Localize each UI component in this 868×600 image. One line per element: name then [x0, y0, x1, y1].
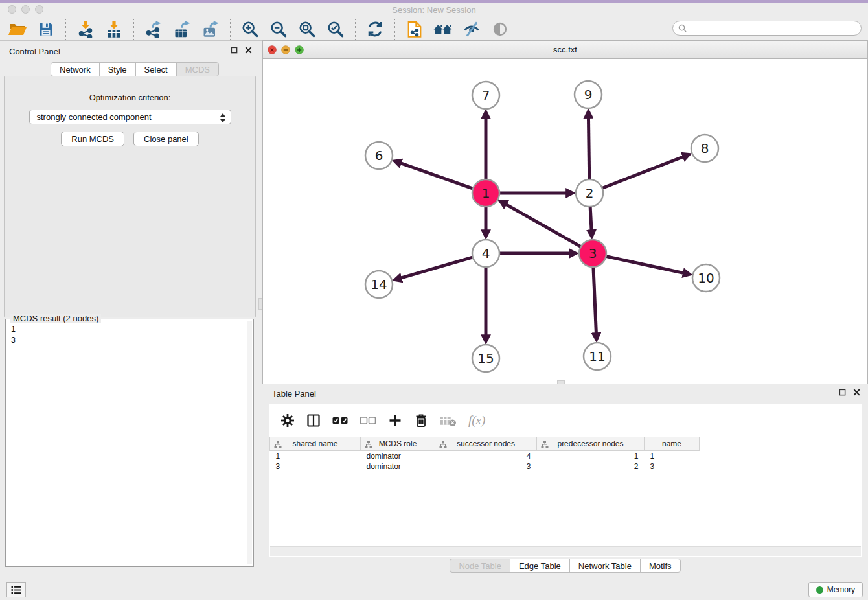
column-header-successor-nodes[interactable]: successor nodes	[435, 437, 537, 451]
table-cell[interactable]: dominator	[361, 451, 435, 461]
table-settings-button[interactable]	[280, 413, 295, 428]
apply-function-button[interactable]: f(x)	[467, 413, 490, 428]
refresh-button[interactable]	[361, 19, 389, 40]
close-panel-icon[interactable]	[853, 389, 860, 396]
tab-style[interactable]: Style	[99, 62, 136, 76]
close-network-button[interactable]	[268, 45, 277, 54]
list-icon	[10, 584, 23, 595]
graph-edge-1-6[interactable]	[401, 163, 475, 189]
network-graph[interactable]: 7968124314101511	[263, 59, 867, 384]
graph-node-label: 3	[589, 246, 597, 261]
table-panel-tabs: Node Table Edge Table Network Table Moti…	[262, 559, 868, 573]
homes-icon	[433, 21, 453, 38]
tab-node-table[interactable]: Node Table	[450, 559, 510, 573]
node-table: shared name MCDS role successor nodes	[269, 437, 700, 472]
optimization-criterion-select[interactable]: strongly connected component	[29, 110, 231, 124]
table-cell[interactable]: 3	[435, 461, 537, 472]
table-horizontal-scrollbar[interactable]	[270, 546, 861, 556]
control-panel: Control Panel Network Style Select MCDS …	[0, 40, 260, 577]
close-panel-button[interactable]: Close panel	[133, 132, 199, 146]
table-row[interactable]: 1dominator411	[270, 451, 700, 461]
table-cell[interactable]: 4	[435, 451, 537, 461]
zoom-fit-icon	[298, 20, 316, 38]
zoom-selected-button[interactable]	[321, 19, 350, 40]
column-header-name[interactable]: name	[645, 437, 700, 451]
graph-edge-3-11[interactable]	[593, 265, 597, 333]
column-header-shared-name[interactable]: shared name	[270, 437, 361, 451]
select-stepper-icon	[220, 113, 226, 123]
graph-edge-3-10[interactable]	[604, 256, 683, 273]
optimization-criterion-value: strongly connected component	[37, 112, 152, 122]
float-panel-icon[interactable]	[231, 47, 238, 54]
table-cell[interactable]: 3	[270, 461, 361, 472]
column-header-predecessor-nodes[interactable]: predecessor nodes	[537, 437, 645, 451]
window-title: Session: New Session	[0, 5, 868, 15]
tab-mcds[interactable]: MCDS	[176, 62, 219, 76]
export-network-button[interactable]	[139, 19, 168, 40]
table-panel: Table Panel	[262, 387, 868, 577]
zoom-in-button[interactable]	[236, 19, 264, 40]
show-columns-button[interactable]	[306, 413, 321, 428]
tab-network-table[interactable]: Network Table	[569, 559, 641, 573]
horizontal-splitter-handle[interactable]	[557, 380, 565, 384]
graph-edge-4-14[interactable]	[402, 257, 475, 278]
hide-visibility-button[interactable]	[457, 19, 486, 40]
memory-button[interactable]: Memory	[808, 582, 863, 597]
graph-edge-2-9[interactable]	[588, 118, 589, 181]
graph-edge-2-3[interactable]	[590, 205, 591, 230]
search-input[interactable]	[672, 21, 862, 36]
table-cell[interactable]: 1	[270, 451, 361, 461]
save-session-button[interactable]	[32, 19, 60, 40]
vertical-splitter-handle[interactable]	[258, 298, 262, 310]
mcds-result-group: MCDS result (2 nodes) 1 3	[5, 319, 254, 567]
result-scrollbar[interactable]	[247, 321, 252, 564]
network-canvas[interactable]: 7968124314101511	[263, 59, 867, 384]
mcds-result-text[interactable]: 1 3	[8, 323, 19, 347]
deselect-all-columns-button[interactable]	[360, 415, 377, 426]
select-all-columns-button[interactable]	[332, 415, 349, 426]
graph-edge-3-1[interactable]	[506, 205, 582, 248]
run-mcds-button[interactable]: Run MCDS	[61, 132, 124, 146]
import-table-button[interactable]	[100, 19, 128, 40]
close-panel-icon[interactable]	[245, 47, 252, 54]
open-session-button[interactable]	[3, 19, 32, 40]
homes-button[interactable]	[429, 19, 457, 40]
minimize-network-button[interactable]	[281, 45, 290, 54]
table-cell[interactable]: 1	[645, 451, 700, 461]
tab-select[interactable]: Select	[135, 62, 177, 76]
fx-label: f(x)	[468, 413, 485, 428]
table-panel-title: Table Panel	[272, 389, 316, 398]
table-toolbar: f(x)	[269, 404, 862, 437]
add-column-button[interactable]	[387, 413, 403, 428]
delete-column-button[interactable]	[413, 413, 429, 428]
export-table-button[interactable]	[168, 19, 196, 40]
hide-visibility-icon	[463, 20, 481, 38]
graph-node-label: 4	[482, 246, 490, 261]
graph-node-label: 9	[584, 87, 593, 102]
network-window-titlebar[interactable]: scc.txt	[263, 41, 867, 59]
contrast-eye-button[interactable]	[486, 19, 514, 40]
zoom-out-button[interactable]	[264, 19, 293, 40]
delete-table-button[interactable]	[439, 415, 457, 427]
zoom-network-button[interactable]	[295, 45, 304, 54]
table-cell[interactable]: 2	[537, 461, 645, 472]
table-cell[interactable]: 3	[645, 461, 700, 472]
column-header-mcds-role[interactable]: MCDS role	[361, 437, 435, 451]
table-cell[interactable]: dominator	[361, 461, 435, 472]
tab-network[interactable]: Network	[51, 62, 100, 76]
import-network-button[interactable]	[71, 19, 100, 40]
tab-motifs[interactable]: Motifs	[640, 559, 681, 573]
graph-edge-2-8[interactable]	[600, 157, 683, 189]
table-row[interactable]: 3dominator323	[270, 461, 700, 472]
hierarchy-icon	[541, 441, 549, 448]
tab-edge-table[interactable]: Edge Table	[510, 559, 570, 573]
gear-icon	[280, 413, 295, 428]
network-document-button[interactable]	[400, 19, 429, 40]
task-history-button[interactable]	[6, 582, 26, 597]
toolbar-separator	[133, 19, 134, 40]
zoom-fit-button[interactable]	[293, 19, 321, 40]
table-cell[interactable]: 1	[537, 451, 645, 461]
export-image-button[interactable]	[196, 19, 225, 40]
export-image-icon	[201, 20, 220, 38]
float-panel-icon[interactable]	[839, 389, 846, 396]
